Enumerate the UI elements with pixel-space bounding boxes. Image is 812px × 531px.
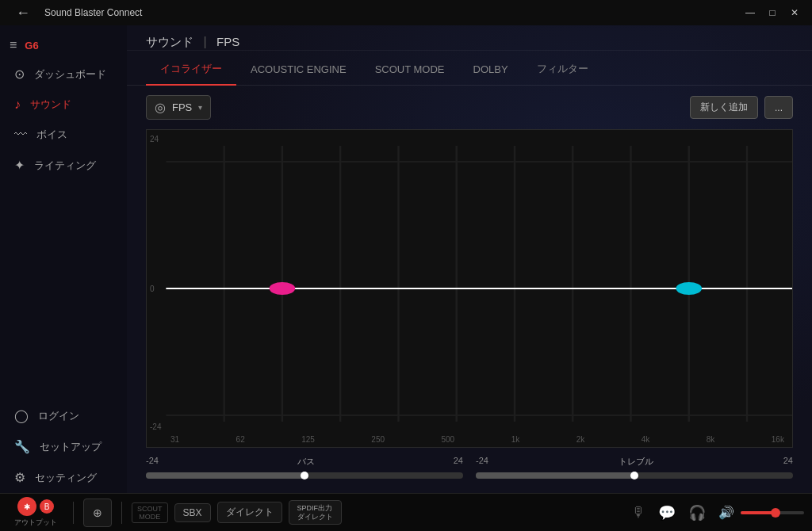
volume-slider[interactable] [741, 511, 804, 514]
treble-slider-header: -24 トレブル 24 [476, 456, 793, 468]
sidebar-item-login[interactable]: ◯ ログイン [0, 400, 127, 431]
volume-icon: 🔊 [718, 505, 734, 520]
freq-1k: 1k [511, 435, 520, 444]
crosshair-icon: ⊕ [93, 506, 102, 519]
tab-acoustic-engine[interactable]: ACOUSTIC ENGINE [236, 55, 361, 85]
bass-slider-header: -24 バス 24 [146, 456, 463, 468]
treble-min-label: -24 [476, 456, 488, 468]
breadcrumb-sound: サウンド [146, 35, 193, 48]
freq-250: 250 [371, 435, 385, 444]
close-button[interactable]: ✕ [787, 5, 802, 21]
tab-filter[interactable]: フィルター [523, 54, 603, 86]
treble-max-label: 24 [783, 456, 793, 468]
tab-scout-mode[interactable]: SCOUT MODE [361, 55, 459, 85]
tab-bar: イコライザー ACOUSTIC ENGINE SCOUT MODE DOLBY … [127, 54, 812, 86]
spdif-label: SPDIF出力ダイレクト [297, 504, 333, 521]
sidebar: ≡ G6 ⊙ ダッシュボード ♪ サウンド 〰 ボイス ✦ ライティング ◯ ロ… [0, 25, 127, 493]
taskbar-divider-2 [121, 502, 122, 524]
add-profile-button[interactable]: 新しく追加 [690, 96, 758, 119]
tab-equalizer[interactable]: イコライザー [146, 54, 236, 86]
profile-name: FPS [172, 101, 192, 113]
treble-slider-thumb[interactable] [630, 472, 638, 479]
volume-thumb[interactable] [771, 508, 780, 518]
sidebar-item-voice[interactable]: 〰 ボイス [0, 120, 127, 150]
output-logo: ✱ [17, 497, 36, 516]
main-content: サウンド | FPS イコライザー ACOUSTIC ENGINE SCOUT … [127, 25, 812, 493]
profile-selector[interactable]: ◎ FPS ▾ [146, 95, 211, 120]
back-icon: ← [16, 5, 30, 21]
bass-slider-track[interactable] [146, 472, 463, 479]
bass-slider-thumb[interactable] [301, 472, 308, 479]
taskbar-direct-button[interactable]: ダイレクト [217, 502, 282, 523]
taskbar-sbx-button[interactable]: SBX [174, 503, 211, 522]
volume-control: 🔊 [718, 505, 804, 520]
dashboard-icon: ⊙ [14, 67, 25, 82]
svg-point-15 [676, 282, 702, 295]
breadcrumb-fps: FPS [216, 35, 239, 48]
sound-icon: ♪ [14, 97, 21, 112]
treble-slider-track[interactable] [476, 472, 793, 479]
profile-row: ◎ FPS ▾ 新しく追加 ... [146, 95, 793, 120]
hamburger-icon[interactable]: ≡ [10, 38, 17, 52]
profile-icon: ◎ [155, 100, 166, 115]
chevron-down-icon: ▾ [198, 103, 202, 112]
taskbar-output-button[interactable]: ✱ B アウトプット [8, 494, 63, 531]
sbx-label: SBX [183, 507, 202, 518]
headset-icon[interactable]: 🎧 [688, 504, 706, 521]
freq-8k: 8k [707, 435, 715, 444]
freq-31: 31 [170, 435, 179, 444]
freq-62: 62 [236, 435, 245, 444]
tab-dolby[interactable]: DOLBY [459, 55, 523, 85]
eq-frequency-labels: 31 62 125 250 500 1k 2k 4k 8k 16k [170, 435, 784, 444]
freq-2k: 2k [576, 435, 585, 444]
voice-icon: 〰 [14, 128, 27, 142]
sidebar-item-setup[interactable]: 🔧 セットアップ [0, 431, 127, 462]
sidebar-header: ≡ G6 [0, 32, 127, 59]
sidebar-label-setup: セットアップ [40, 440, 102, 454]
taskbar-spdif-button[interactable]: SPDIF出力ダイレクト [289, 500, 342, 525]
sidebar-label-sound: サウンド [30, 97, 71, 112]
sidebar-label-lighting: ライティング [34, 159, 96, 173]
output-badge: B [40, 499, 54, 514]
mic-icon[interactable]: 🎙 [631, 504, 645, 521]
sidebar-item-lighting[interactable]: ✦ ライティング [0, 150, 127, 181]
svg-point-14 [270, 282, 296, 295]
chat-icon[interactable]: 💬 [658, 504, 676, 521]
eq-chart: 24 0 -24 31 62 125 250 500 1k 2k 4k 8k 1… [146, 129, 793, 448]
scout-mode-label: SCOUTMODE [132, 502, 168, 523]
freq-500: 500 [442, 435, 455, 444]
breadcrumb-separator: | [203, 35, 206, 48]
more-options-button[interactable]: ... [764, 96, 793, 119]
sidebar-label-login: ログイン [38, 409, 79, 423]
freq-16k: 16k [772, 435, 784, 444]
taskbar-crosshair-button[interactable]: ⊕ [83, 499, 112, 527]
lighting-icon: ✦ [14, 158, 25, 173]
freq-125: 125 [301, 435, 315, 444]
device-label: G6 [25, 40, 38, 52]
minimize-button[interactable]: — [742, 5, 758, 21]
eq-label-0-mid: 0 [150, 285, 155, 293]
sidebar-label-voice: ボイス [36, 128, 67, 142]
eq-label-24-top: 24 [150, 135, 159, 143]
bass-max-label: 24 [454, 456, 463, 468]
sidebar-item-settings[interactable]: ⚙ セッティング [0, 462, 127, 493]
profile-actions: 新しく追加 ... [690, 96, 793, 119]
sidebar-item-sound[interactable]: ♪ サウンド [0, 90, 127, 120]
treble-slider-group: -24 トレブル 24 [476, 456, 793, 480]
maximize-button[interactable]: □ [764, 5, 780, 21]
titlebar: ← Sound Blaster Connect — □ ✕ [0, 0, 812, 25]
sidebar-label-dashboard: ダッシュボード [34, 67, 106, 82]
freq-4k: 4k [642, 435, 650, 444]
bass-min-label: -24 [146, 456, 159, 468]
treble-slider-fill [476, 472, 634, 479]
output-label: アウトプット [14, 518, 57, 528]
sidebar-label-settings: セッティング [35, 471, 97, 485]
bass-slider-fill [146, 472, 304, 479]
taskbar-divider-1 [73, 502, 74, 524]
bass-slider-group: -24 バス 24 [146, 456, 463, 480]
scout-mode-btn[interactable]: SCOUTMODE [132, 502, 168, 523]
sidebar-item-dashboard[interactable]: ⊙ ダッシュボード [0, 59, 127, 90]
back-button[interactable]: ← [10, 5, 36, 21]
page-header: サウンド | FPS [127, 25, 812, 51]
app-layout: ≡ G6 ⊙ ダッシュボード ♪ サウンド 〰 ボイス ✦ ライティング ◯ ロ… [0, 25, 812, 493]
